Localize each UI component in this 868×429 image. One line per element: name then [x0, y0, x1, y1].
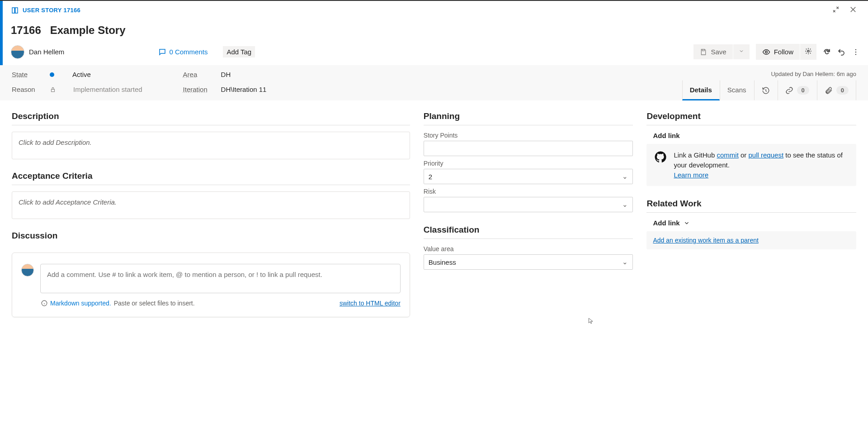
svg-point-3	[855, 51, 856, 52]
work-item-type-label: USER STORY 17166	[23, 7, 80, 14]
value-area-value: Business	[429, 258, 456, 266]
save-dropdown[interactable]	[733, 44, 750, 59]
markdown-link[interactable]: Markdown supported.	[50, 300, 111, 307]
classification-heading: Classification	[424, 225, 633, 235]
comment-icon	[158, 48, 166, 56]
planning-heading: Planning	[424, 111, 633, 121]
add-parent-link[interactable]: Add an existing work item as a parent	[653, 237, 758, 244]
save-button[interactable]: Save	[693, 44, 732, 59]
github-or: or	[739, 151, 749, 159]
discussion-heading: Discussion	[12, 231, 410, 241]
learn-more-link[interactable]: Learn more	[674, 171, 708, 179]
reason-field[interactable]: Reason Implementation started	[12, 86, 142, 93]
chevron-down-icon: ⌄	[622, 172, 628, 181]
priority-select[interactable]: 2 ⌄	[424, 169, 633, 184]
avatar[interactable]	[11, 45, 24, 59]
follow-settings[interactable]	[800, 44, 816, 60]
save-icon	[700, 48, 707, 56]
attachment-icon	[825, 86, 833, 95]
switch-editor-link[interactable]: switch to HTML editor	[340, 300, 401, 307]
area-label: Area	[183, 71, 208, 78]
description-input[interactable]: Click to add Description.	[12, 132, 410, 159]
reason-label: Reason	[12, 86, 37, 93]
paste-hint: Paste or select files to insert.	[114, 300, 195, 307]
svg-point-2	[855, 49, 856, 50]
svg-rect-5	[52, 89, 55, 91]
reason-value: Implementation started	[73, 86, 142, 93]
follow-label: Follow	[774, 48, 793, 56]
work-item-title[interactable]: Example Story	[50, 24, 126, 37]
svg-point-0	[765, 51, 767, 53]
info-icon	[41, 300, 47, 306]
work-item-id: 17166	[11, 24, 41, 37]
state-value: Active	[72, 71, 91, 78]
add-dev-link[interactable]: Add link	[653, 132, 856, 139]
priority-value: 2	[429, 173, 432, 181]
user-story-icon	[11, 6, 19, 14]
add-related-link[interactable]: Add link	[653, 219, 856, 227]
svg-point-1	[807, 50, 809, 52]
titlebar: USER STORY 17166	[11, 5, 860, 15]
history-icon	[762, 86, 770, 95]
restore-window-icon[interactable]	[832, 5, 840, 15]
github-icon	[654, 150, 667, 164]
updated-label: Updated by Dan Hellem: 6m ago	[771, 71, 856, 80]
close-icon[interactable]	[849, 5, 857, 15]
add-tag-button[interactable]: Add Tag	[223, 46, 255, 57]
lock-icon	[50, 86, 56, 93]
chevron-down-icon: ⌄	[622, 200, 628, 209]
tab-attachments[interactable]: 0	[817, 80, 856, 100]
chevron-down-icon	[739, 48, 744, 54]
area-value: DH	[221, 71, 231, 78]
avatar	[21, 264, 34, 276]
iteration-value: DH\Iteration 11	[221, 86, 267, 93]
github-hint-text: Link a GitHub	[674, 151, 717, 159]
undo-icon[interactable]	[837, 48, 845, 56]
tab-scans[interactable]: Scans	[720, 80, 754, 100]
commit-link[interactable]: commit	[717, 151, 738, 159]
add-link-label-2: Add link	[653, 219, 679, 227]
risk-label: Risk	[424, 188, 633, 195]
acceptance-input[interactable]: Click to add Acceptance Criteria.	[12, 191, 410, 219]
follow-button[interactable]: Follow	[756, 44, 800, 60]
value-area-label: Value area	[424, 245, 633, 253]
related-heading: Related Work	[646, 199, 856, 209]
iteration-field[interactable]: Iteration DH\Iteration 11	[183, 86, 267, 93]
more-icon[interactable]	[852, 48, 860, 56]
comments-link[interactable]: 0 Comments	[158, 48, 208, 56]
chevron-down-icon: ⌄	[622, 258, 628, 266]
tab-links[interactable]: 0	[778, 80, 817, 100]
risk-select[interactable]: ⌄	[424, 197, 633, 212]
links-badge: 0	[797, 86, 809, 95]
state-field[interactable]: State Active	[12, 71, 142, 78]
comment-input[interactable]: Add a comment. Use # to link a work item…	[40, 264, 401, 293]
area-field[interactable]: Area DH	[183, 71, 267, 78]
development-heading: Development	[646, 111, 856, 121]
eye-icon	[762, 48, 770, 56]
svg-point-4	[855, 54, 856, 55]
save-label: Save	[711, 48, 726, 56]
iteration-label: Iteration	[183, 86, 208, 93]
description-heading: Description	[12, 111, 410, 121]
discussion-box: Add a comment. Use # to link a work item…	[12, 253, 410, 317]
story-points-input[interactable]	[424, 141, 633, 156]
assigned-to[interactable]: Dan Hellem	[29, 48, 64, 56]
refresh-icon[interactable]	[823, 48, 831, 56]
pull-request-link[interactable]: pull request	[749, 151, 784, 159]
add-link-label: Add link	[653, 132, 679, 139]
tab-details[interactable]: Details	[682, 80, 720, 100]
state-dot-icon	[50, 72, 54, 77]
state-label: State	[12, 71, 37, 78]
attachments-badge: 0	[836, 86, 849, 95]
comments-count-label: 0 Comments	[169, 48, 208, 56]
story-points-label: Story Points	[424, 132, 633, 139]
gear-icon	[805, 48, 812, 55]
priority-label: Priority	[424, 160, 633, 167]
acceptance-heading: Acceptance Criteria	[12, 171, 410, 181]
chevron-down-icon	[684, 220, 690, 226]
tab-history[interactable]	[754, 80, 778, 100]
link-icon	[785, 86, 793, 95]
github-hint: Link a GitHub commit or pull request to …	[646, 144, 856, 186]
cursor-pointer-icon	[588, 317, 594, 325]
value-area-select[interactable]: Business ⌄	[424, 254, 633, 270]
